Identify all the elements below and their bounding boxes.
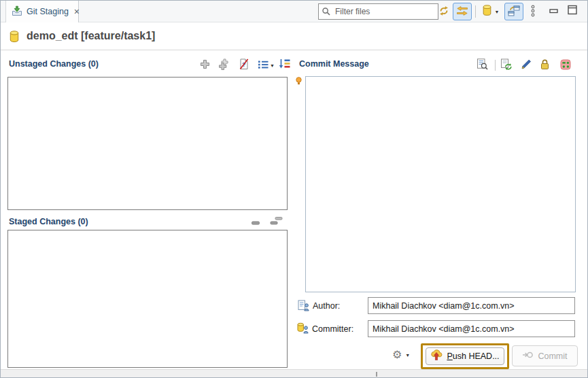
view-menu-button[interactable] [528,4,538,19]
add-selected-button[interactable] [200,59,210,71]
push-settings-menu-button[interactable]: ⚙ ▼ [392,347,415,362]
commit-icon [522,350,534,362]
commit-message-input[interactable] [305,76,576,292]
hide-untracked-files-button[interactable]: ? [239,58,249,72]
infobase-icon [10,31,19,45]
add-all-button[interactable] [218,58,230,72]
view-menu-icon [530,5,536,19]
link-with-selection-toggle[interactable] [453,3,472,20]
author-input[interactable] [368,297,575,314]
maximize-icon [567,5,578,17]
committer-input[interactable] [368,320,575,337]
refresh-icon [438,5,450,18]
add-all-icon [218,58,230,72]
push-icon [430,349,443,363]
repository-title: demo_edt [feature/task1] [27,22,155,50]
switch-layout-icon [508,5,520,18]
quick-assist-lightbulb-icon [296,77,302,88]
signed-off-by-button[interactable] [520,58,532,72]
commit-button[interactable]: Commit [512,345,578,366]
commit-message-title: Commit Message [299,59,369,69]
git-staging-icon [12,5,22,18]
minimize-icon [549,7,559,17]
repository-database-icon [483,5,491,18]
unstage-selected-button[interactable] [251,219,261,229]
committer-icon [297,322,309,336]
tab-label: Git Staging [27,7,69,16]
unstage-all-button[interactable] [270,216,283,229]
push-head-highlight: Push HEAD... [421,343,509,369]
unstaged-changes-title: Unstaged Changes (0) [9,59,99,69]
list-display-icon [258,60,269,71]
chevron-down-icon: ▼ [270,63,275,68]
close-icon[interactable]: × [74,7,80,16]
link-with-selection-icon [456,6,468,18]
minimize-button[interactable] [547,6,561,17]
lock-icon [540,58,550,72]
unstaged-changes-list[interactable] [7,77,288,210]
commit-button-label: Commit [538,351,567,361]
unstage-selected-icon [251,219,261,229]
sort-button[interactable] [279,58,290,71]
bottom-edge [1,369,587,377]
staged-changes-title: Staged Changes (0) [9,217,88,226]
sign-commit-button[interactable] [540,58,550,72]
change-id-icon [560,59,571,72]
maximize-button[interactable] [566,5,579,17]
tab-bar: Git Staging × [1,1,587,22]
filter-files-field [318,3,438,20]
staged-changes-list[interactable] [7,230,288,368]
presentation-menu-button[interactable]: ▼ [258,60,275,71]
search-icon [322,7,331,18]
sash-handle[interactable] [376,372,377,377]
gear-icon: ⚙ [392,349,402,360]
add-selected-icon [200,59,210,71]
repository-header: demo_edt [feature/task1] [1,22,587,50]
refresh-button[interactable] [436,3,451,20]
unstage-all-icon [270,216,283,229]
signed-off-by-icon [520,58,532,72]
author-label: Author: [313,298,340,315]
switch-layout-toggle[interactable] [504,3,523,20]
push-head-button[interactable]: Push HEAD... [426,347,504,365]
sort-icon [279,58,290,71]
tab-git-staging[interactable]: Git Staging × [5,1,79,22]
amend-commit-icon [500,58,512,72]
hide-untracked-files-icon: ? [239,58,249,72]
chevron-down-icon: ▼ [495,10,500,14]
filter-files-input[interactable] [318,3,438,20]
toolbar-separator [475,5,476,18]
preview-icon [477,58,488,72]
chevron-down-icon: ▼ [405,353,410,358]
repository-selector[interactable]: ▼ [478,3,504,20]
toolbar-separator [495,60,496,71]
author-icon [298,300,309,313]
git-staging-view: Git Staging × [0,0,588,378]
amend-commit-button[interactable] [500,58,512,72]
preview-button[interactable] [477,58,488,72]
add-change-id-button[interactable] [560,59,571,72]
push-head-label: Push HEAD... [447,351,499,361]
committer-label: Committer: [312,321,353,338]
